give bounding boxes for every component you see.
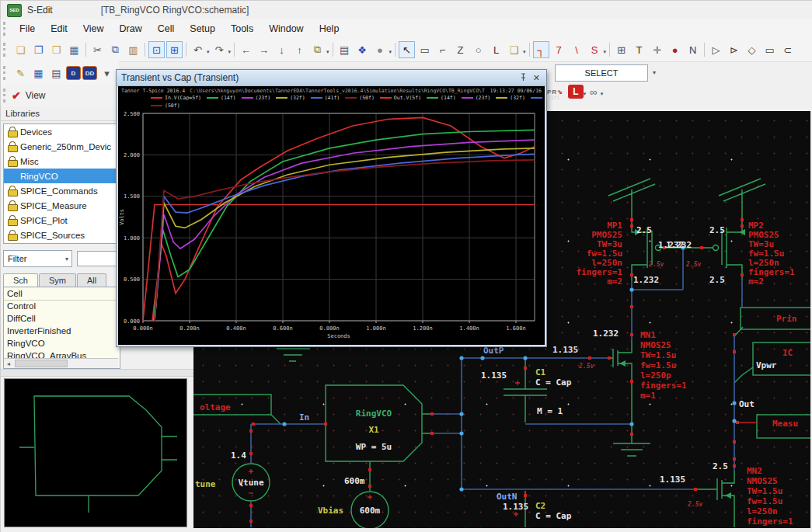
legend-entry: (14f) xyxy=(207,95,236,101)
rectangle-tool-icon[interactable]: ▭ xyxy=(416,41,433,58)
probe-point-icon[interactable]: ● xyxy=(667,41,683,58)
menu-window[interactable]: Window xyxy=(261,21,311,37)
tab-sym[interactable]: Sym xyxy=(39,273,76,287)
port-clipped-icon[interactable]: ⊂ xyxy=(779,41,796,58)
menu-cell[interactable]: Cell xyxy=(150,21,183,37)
undo-icon[interactable]: ↶ xyxy=(190,41,206,58)
select-cursor-icon[interactable]: ↖ xyxy=(399,41,415,58)
menu-tools[interactable]: Tools xyxy=(223,21,261,37)
symbol-preview xyxy=(4,378,187,527)
filter-dropdown[interactable]: Filter▾ xyxy=(3,250,72,267)
new-icon[interactable]: ❏ xyxy=(12,41,29,58)
menu-file[interactable]: File xyxy=(12,21,43,37)
label-mode-caret-icon[interactable]: ▾ xyxy=(584,91,587,97)
redo-icon-caret[interactable]: ▾ xyxy=(228,49,232,55)
library-item-spice_commands[interactable]: SPICE_Commands xyxy=(4,183,120,198)
library-item-spice_sources[interactable]: SPICE_Sources xyxy=(4,228,120,242)
menu-help[interactable]: Help xyxy=(312,21,347,37)
array-tool-icon[interactable]: ⊞ xyxy=(613,41,629,58)
cell-row[interactable]: Control xyxy=(4,301,120,313)
open-folder-icon[interactable]: ❒ xyxy=(48,41,64,58)
close-icon[interactable]: ✕ xyxy=(533,73,540,83)
pencil-icon[interactable]: ✎ xyxy=(12,64,29,82)
back-icon[interactable]: ← xyxy=(238,41,254,58)
waveform-window[interactable]: Transient vs Cap (Transient) ✕ Tanner T-… xyxy=(116,69,547,347)
title-bar: SED S-Edit [TB_RingVCO RingVCO:schematic… xyxy=(1,1,812,20)
pop-out-icon[interactable]: ↑ xyxy=(291,41,308,58)
stop-icon-caret[interactable]: ▾ xyxy=(389,49,392,55)
fit-view-icon[interactable]: ⊞ xyxy=(166,41,183,58)
transient-plot[interactable]: 0.000n0.200n0.400n0.600n0.800n1.000n1.20… xyxy=(118,110,542,339)
probe-v-icon[interactable]: D xyxy=(66,66,81,80)
probe-multi-icon[interactable]: DD xyxy=(82,66,97,80)
wire-curve-icon[interactable]: S xyxy=(587,41,603,58)
port-out-icon[interactable]: ⊳ xyxy=(726,41,742,58)
menu-view[interactable]: View xyxy=(75,21,112,37)
wire-curve-icon-caret[interactable]: ▾ xyxy=(604,49,607,55)
home-view-icon[interactable]: ⊡ xyxy=(148,41,165,58)
cell-row[interactable]: DiffCell xyxy=(4,313,120,325)
schematic-text: fw=1.5u xyxy=(640,360,676,370)
wire-tool-icon[interactable]: ┐ xyxy=(533,41,549,58)
paste-icon[interactable]: ▥ xyxy=(125,41,141,58)
instance-tool-icon[interactable]: ❑ xyxy=(506,41,522,58)
panel-splitter[interactable] xyxy=(1,369,193,377)
copy-hierarchy-icon-caret[interactable]: ▾ xyxy=(326,49,329,55)
push-into-icon[interactable]: ↓ xyxy=(274,41,290,58)
pin-tool-icon[interactable]: ✛ xyxy=(649,41,665,58)
path-tool-icon[interactable]: Z xyxy=(452,41,469,58)
cut-icon[interactable]: ✂ xyxy=(89,41,106,58)
legend-swatch xyxy=(242,97,253,99)
library-item-label: Generic_250nm_Devic xyxy=(20,142,111,151)
pin-icon[interactable] xyxy=(520,73,527,83)
copy-hierarchy-icon[interactable]: ⧉ xyxy=(309,41,326,58)
library-item-misc[interactable]: Misc xyxy=(4,154,120,169)
scroll-left-icon[interactable]: ◂ xyxy=(4,360,13,367)
instance-tool-icon-caret[interactable]: ▾ xyxy=(523,49,526,55)
circle-tool-icon[interactable]: ○ xyxy=(470,41,486,58)
save-all-icon[interactable]: ▦ xyxy=(66,41,82,58)
port-in-icon[interactable]: ▷ xyxy=(708,41,724,58)
tab-all[interactable]: All xyxy=(77,273,106,287)
cell-row[interactable]: RingVCO xyxy=(4,338,120,350)
redo-icon[interactable]: ↷ xyxy=(211,41,228,58)
cell-list-scrollbar[interactable]: ◂ xyxy=(4,358,118,368)
combo-overflow-icon[interactable]: ▾ xyxy=(653,69,656,76)
text-tool-icon[interactable]: T xyxy=(631,41,647,58)
library-item-spice_measure[interactable]: SPICE_Measure xyxy=(4,198,120,213)
waveform-title-bar[interactable]: Transient vs Cap (Transient) ✕ xyxy=(117,70,546,86)
docs-icon[interactable]: ❖ xyxy=(354,41,371,58)
link-icon[interactable]: ∞ xyxy=(590,86,597,98)
print-small-icon[interactable]: ▤ xyxy=(48,64,64,82)
save-icon[interactable]: ▦ xyxy=(30,64,47,82)
wire-diagonal-icon[interactable]: \ xyxy=(569,41,585,58)
copy-icon[interactable]: ⧉ xyxy=(107,41,124,58)
net-label-icon[interactable]: N xyxy=(685,41,701,58)
wire-route-icon[interactable]: 7 xyxy=(551,41,567,58)
forward-icon[interactable]: → xyxy=(256,41,272,58)
schematic-text: In xyxy=(299,412,309,422)
toolbar-overflow-icon[interactable]: ▾ xyxy=(99,64,115,82)
cell-row[interactable]: InverterFinished xyxy=(4,325,120,338)
menu-draw[interactable]: Draw xyxy=(112,21,150,37)
print-icon[interactable]: ▤ xyxy=(336,41,353,58)
undo-icon-caret[interactable]: ▾ xyxy=(207,49,210,55)
scroll-thumb[interactable] xyxy=(15,360,68,367)
menu-edit[interactable]: Edit xyxy=(43,21,75,37)
menu-setup[interactable]: Setup xyxy=(182,21,223,37)
print-block[interactable] xyxy=(741,308,810,329)
label-mode-button[interactable]: L xyxy=(568,85,584,99)
tab-sch[interactable]: Sch xyxy=(3,273,38,287)
polygon-tool-icon[interactable]: ⌐ xyxy=(434,41,451,58)
port-inout-icon[interactable]: ◇ xyxy=(744,41,760,58)
stop-icon[interactable]: ● xyxy=(372,41,389,58)
port-other-icon[interactable]: ▭ xyxy=(761,41,778,58)
mode-overflow-icon[interactable]: ▾ xyxy=(601,91,604,97)
open-design-icon[interactable]: ❐ xyxy=(30,41,47,58)
label-tool-icon[interactable]: L xyxy=(488,41,504,58)
mode-select-combo[interactable]: SELECT xyxy=(555,64,648,82)
library-item-spice_plot[interactable]: SPICE_Plot xyxy=(4,213,120,228)
library-item-devices[interactable]: Devices xyxy=(4,124,120,139)
library-item-ringvco[interactable]: RingVCO xyxy=(4,169,120,183)
library-item-generic_250nm_devic[interactable]: Generic_250nm_Devic xyxy=(4,139,120,154)
